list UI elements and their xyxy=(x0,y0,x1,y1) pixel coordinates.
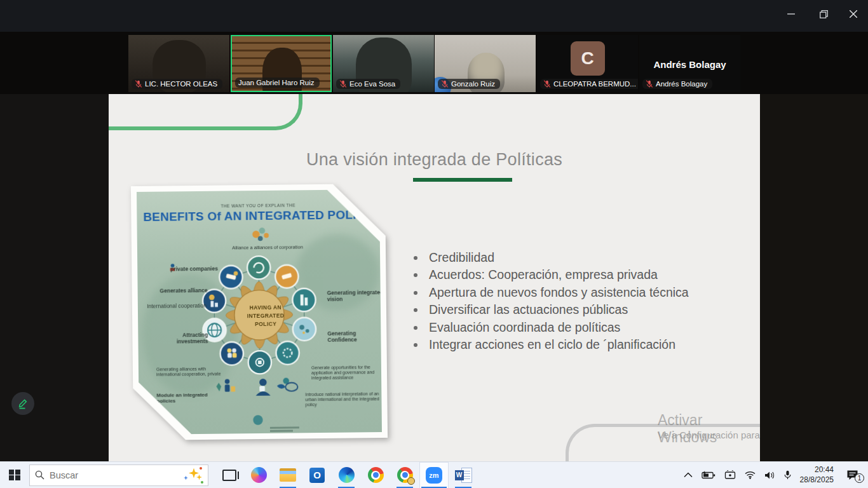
window-title-bar xyxy=(0,0,868,32)
title-underline xyxy=(413,178,512,182)
gear-doc-icon xyxy=(277,377,298,391)
participant-name: LIC. HECTOR OLEAS xyxy=(145,80,217,88)
participant-name: Eco Eva Sosa xyxy=(349,80,395,88)
chevron-up-icon xyxy=(684,472,693,478)
task-view-icon xyxy=(222,470,236,481)
infographic-title: BENEFITS Of AN INTEGRATED POLICY xyxy=(137,208,379,224)
label-attracting-investments: Attracting investments xyxy=(157,332,208,345)
avatar: C xyxy=(571,41,605,76)
pencil-icon xyxy=(17,397,29,410)
label-alliance: Alliance a alliances of corporation xyxy=(214,245,322,251)
battery-indicator[interactable] xyxy=(702,471,715,479)
participant-name: Gonzalo Ruiz xyxy=(451,80,495,88)
taskbar-app-outlook[interactable]: O xyxy=(302,462,332,488)
label-generating-confidence: Generating Confidence xyxy=(327,330,384,343)
label-private-companies: private companies xyxy=(170,266,247,273)
video-tile[interactable]: LIC. HECTOR OLEAS xyxy=(128,35,229,92)
taskbar-search[interactable] xyxy=(29,464,208,486)
bullet-item: Diversificar las actuaciones públicas xyxy=(407,301,725,318)
module-policies-icon xyxy=(216,379,235,391)
alliance-cluster-icon xyxy=(252,227,269,241)
medallion-text: HAVING AN INTEGRATED POLICY xyxy=(238,303,293,328)
tray-date: 28/8/2025 xyxy=(800,475,834,485)
edge-icon xyxy=(339,467,355,483)
bullet-item: Credibilidad xyxy=(407,249,725,266)
taskbar-app-chrome[interactable] xyxy=(361,462,390,488)
tray-overflow-button[interactable] xyxy=(684,472,693,478)
video-tile-self[interactable]: Andrés Bolagay Andrés Bolagay xyxy=(639,35,740,92)
word-icon: W xyxy=(455,468,472,483)
video-tile[interactable]: Gonzalo Ruiz xyxy=(435,35,536,92)
bullet-item: Apertura de nuevos fondos y asistencia t… xyxy=(407,284,725,301)
network-indicator[interactable] xyxy=(745,471,756,479)
microphone-indicator[interactable] xyxy=(784,470,791,480)
minimize-button[interactable] xyxy=(776,3,806,25)
search-highlights-icon xyxy=(186,467,203,484)
annotate-button[interactable] xyxy=(11,392,34,415)
zoom-icon: zm xyxy=(426,467,442,484)
muted-mic-icon xyxy=(646,80,653,88)
video-tile[interactable]: Eco Eva Sosa xyxy=(333,35,434,92)
outlook-icon: O xyxy=(309,468,325,483)
muted-mic-icon xyxy=(135,80,142,88)
label-generating-integrated-vision: Generating integrated vision xyxy=(327,290,384,302)
taskbar-app-edge[interactable] xyxy=(332,462,361,488)
infographic-background: THE WANT YOU OF EXPLAIN THE BENEFITS Of … xyxy=(137,189,382,435)
participant-display-name: Andrés Bolagay xyxy=(639,59,740,70)
presentation-slide: Una visión integrada de Políticas Credib… xyxy=(109,94,760,461)
close-button[interactable] xyxy=(839,3,868,25)
taskbar-app-chrome-profile[interactable] xyxy=(390,462,419,488)
minimize-icon xyxy=(787,10,795,18)
taskbar-app-word[interactable]: W xyxy=(449,462,478,488)
activation-watermark-title: Activar Windows xyxy=(658,412,760,446)
slide-decoration-green-curve xyxy=(109,94,302,130)
windows-logo-icon xyxy=(9,470,20,481)
start-button[interactable] xyxy=(0,462,29,488)
screen-share-indicator[interactable] xyxy=(724,470,736,480)
restore-button[interactable] xyxy=(809,3,838,25)
volume-icon xyxy=(764,471,775,480)
copilot-icon xyxy=(251,467,267,483)
bullet-item: Evaluación coordinada de políticas xyxy=(407,319,725,336)
label-introduce-note: Introduce national interpretation of an … xyxy=(305,391,380,407)
taskbar-app-file-explorer[interactable] xyxy=(273,462,302,488)
taskbar-clock[interactable]: 20:44 28/8/2025 xyxy=(800,465,834,485)
task-view-button[interactable] xyxy=(215,462,244,488)
close-icon xyxy=(850,10,857,18)
wifi-icon xyxy=(745,471,756,479)
cast-icon xyxy=(724,470,736,480)
participant-name: CLEOPATRA BERMUD... xyxy=(553,80,636,88)
activation-watermark-subtitle: Ve a Configuración para activar Windows. xyxy=(658,430,760,440)
participant-name: Andrés Bolagay xyxy=(656,80,707,88)
volume-control[interactable] xyxy=(764,471,775,480)
file-explorer-icon xyxy=(280,468,296,482)
microphone-icon xyxy=(784,470,791,480)
chrome-icon xyxy=(368,467,384,483)
search-icon xyxy=(35,470,44,480)
muted-mic-icon xyxy=(339,80,347,88)
windows-taskbar: O zm W xyxy=(0,461,868,488)
tray-time: 20:44 xyxy=(800,465,834,475)
bullet-item: Integrar acciones en el ciclo de ´planif… xyxy=(407,336,725,353)
worker-icon xyxy=(255,379,270,396)
taskbar-app-zoom[interactable]: zm xyxy=(419,462,449,488)
video-tile-active-speaker[interactable]: Juan Gabriel Haro Ruiz xyxy=(231,35,332,92)
taskbar-app-copilot[interactable] xyxy=(244,462,273,488)
label-generating-alliances-note: Generating alliances with international … xyxy=(156,366,231,377)
chrome-profile-badge xyxy=(407,477,415,485)
label-module-integrated-policies: Module an integrated policies xyxy=(156,392,220,404)
battery-icon xyxy=(702,471,715,479)
search-input[interactable] xyxy=(50,470,181,480)
video-thumbnail-strip: LIC. HECTOR OLEAS Juan Gabriel Haro Ruiz… xyxy=(0,32,868,94)
infographic-image: THE WANT YOU OF EXPLAIN THE BENEFITS Of … xyxy=(131,184,388,440)
label-generates-alliance: Generates alliance xyxy=(149,288,208,295)
restore-icon xyxy=(820,10,828,18)
action-center-button[interactable]: 1 xyxy=(843,470,862,480)
muted-mic-icon xyxy=(543,80,551,88)
label-generate-opportunities-note: Generate opportunities for the applicati… xyxy=(311,365,381,381)
notification-count-badge: 1 xyxy=(855,473,864,483)
video-tile[interactable]: C CLEOPATRA BERMUD... xyxy=(537,35,638,92)
bullet-list: Credibilidad Acuerdos: Cooperación, empr… xyxy=(407,249,725,353)
label-international-cooperation: International cooperation xyxy=(143,303,207,310)
participant-name: Juan Gabriel Haro Ruiz xyxy=(238,79,315,86)
